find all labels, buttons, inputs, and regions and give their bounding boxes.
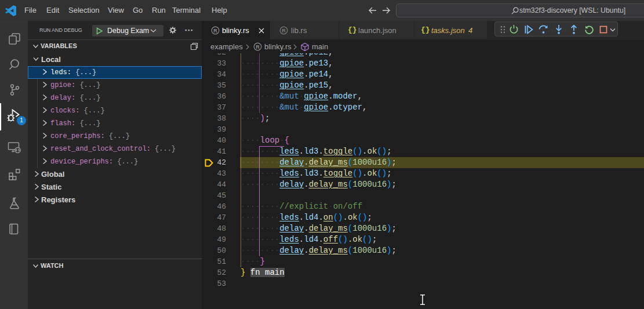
svg-text:R: R	[256, 44, 260, 50]
svg-text:R: R	[282, 28, 286, 34]
svg-text:R: R	[213, 28, 217, 34]
